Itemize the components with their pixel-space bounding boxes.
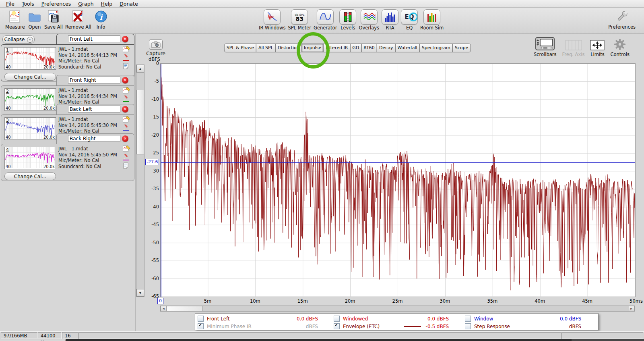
edit-measurement-icon[interactable] xyxy=(123,87,130,94)
graph-horizontal-scrollbar[interactable]: ◄ ► xyxy=(160,306,635,312)
trace-style-icon[interactable] xyxy=(123,54,130,61)
room-sim-button[interactable]: Room Sim xyxy=(419,9,445,30)
measurement-panel-back-right[interactable]: ✕ 4 40 20.0k JWL - 1.mdat Nov 14, 2016 5… xyxy=(1,133,134,181)
rta-label: RTA xyxy=(386,25,394,30)
measurements-sidebar: Collapse « ✕ 1 40 20.0k JWL - 1.mdat Nov… xyxy=(0,34,136,331)
trace-style-icon[interactable] xyxy=(123,154,130,160)
measurement-date: Nov 14, 2016 5:44:34 PM xyxy=(58,94,117,100)
levels-label: Levels xyxy=(341,25,355,30)
limits-button[interactable]: Limits xyxy=(590,40,605,57)
thumb-freq-min: 40 xyxy=(6,65,11,69)
measurement-name-input[interactable] xyxy=(68,77,120,83)
rta-button[interactable]: RTA xyxy=(380,9,400,30)
impulse-chart[interactable] xyxy=(160,63,636,297)
scroll-right-button[interactable]: ► xyxy=(629,306,634,311)
menu-preferences[interactable]: Preferences xyxy=(38,0,75,7)
envelope-etc-checkbox[interactable] xyxy=(334,323,340,329)
remove-measurement-icon[interactable]: ✕ xyxy=(122,77,128,83)
cursor-time-readout: 0 xyxy=(157,298,163,304)
wrench-icon xyxy=(615,9,629,24)
tab-impulse[interactable]: Impulse xyxy=(301,44,324,52)
measurement-date: Nov 14, 2016 5:44:13 PM xyxy=(58,52,117,58)
legend-value: dBFS xyxy=(569,324,581,329)
scrollbars-button[interactable]: Scrollbars xyxy=(534,37,557,57)
windowed-checkbox[interactable] xyxy=(334,316,340,322)
memory-usage: 97/166MB xyxy=(1,332,37,339)
measurement-mic-cal: Mic/Meter: No Cal xyxy=(58,158,117,164)
tab-rt60[interactable]: RT60 xyxy=(361,44,377,52)
eq-button[interactable]: EQ EQ xyxy=(400,9,419,30)
freq-axis-button[interactable]: Freq. Axis xyxy=(562,40,585,57)
levels-button[interactable]: 0 3 6 9 Levels xyxy=(338,9,357,30)
edit-measurement-icon[interactable] xyxy=(123,116,130,123)
graph-tab-bar: SPL & Phase All SPL Distortion Impulse F… xyxy=(224,44,471,52)
levels-icon: 0 3 6 9 xyxy=(339,9,356,25)
save-all-button[interactable]: Save All xyxy=(43,9,64,29)
notes-icon[interactable] xyxy=(123,63,130,69)
menu-help[interactable]: Help xyxy=(97,0,116,7)
info-button[interactable]: i Info xyxy=(93,9,109,29)
limits-label: Limits xyxy=(590,52,605,57)
overlays-button[interactable]: Overlays xyxy=(357,9,380,30)
legend-windowed: Windowed 0.0 dBFS xyxy=(334,315,449,322)
generator-button[interactable]: Generator xyxy=(312,9,338,30)
toolbar-left-group: Measure Open Save All xyxy=(4,9,109,29)
collapse-sidebar-button[interactable]: Collapse « xyxy=(2,35,35,44)
change-cal-label: Change Cal... xyxy=(14,174,46,179)
measurement-name-input[interactable] xyxy=(68,135,120,142)
front-left-checkbox[interactable] xyxy=(198,316,204,322)
menu-graph[interactable]: Graph xyxy=(74,0,97,7)
preferences-button[interactable]: Preferences xyxy=(607,9,637,29)
capture-button[interactable] xyxy=(149,40,163,50)
edit-measurement-icon[interactable] xyxy=(123,146,130,152)
spl-meter-label: SPL Meter xyxy=(288,25,311,30)
spl-meter-button[interactable]: dB SPL 83 SPL Meter xyxy=(287,9,312,30)
controls-button[interactable]: Controls xyxy=(610,38,630,57)
x-axis-tick-label: 20m xyxy=(345,298,355,304)
overlays-icon xyxy=(361,9,378,25)
y-axis-tick-label: -55 xyxy=(140,258,159,263)
legend-value: dBFS xyxy=(306,324,318,329)
tab-filtered-ir[interactable]: Filtered IR xyxy=(323,44,350,52)
remove-measurement-icon[interactable]: ✕ xyxy=(122,135,128,142)
remove-measurement-icon[interactable]: ✕ xyxy=(122,36,128,42)
y-axis-tick-label: 0 xyxy=(140,60,159,66)
minimum-phase-ir-checkbox[interactable] xyxy=(198,323,204,329)
window-checkbox[interactable] xyxy=(465,316,471,322)
scrollbars-label: Scrollbars xyxy=(534,52,557,57)
measurement-tab: ✕ xyxy=(56,104,134,115)
remove-all-button[interactable]: Remove All xyxy=(64,9,93,29)
measurement-name-input[interactable] xyxy=(68,106,120,112)
thumb-freq-min: 40 xyxy=(6,164,11,169)
measurement-thumbnail[interactable]: 4 40 20.0k xyxy=(4,147,56,169)
scroll-left-button[interactable]: ◄ xyxy=(161,306,166,311)
tab-waterfall[interactable]: Waterfall xyxy=(395,44,419,52)
notes-icon[interactable] xyxy=(123,162,130,169)
step-response-checkbox[interactable] xyxy=(465,323,471,329)
menu-file[interactable]: File xyxy=(2,0,18,7)
trace-color-bar xyxy=(123,60,129,61)
edit-measurement-icon[interactable] xyxy=(123,46,130,52)
menu-donate[interactable]: Donate xyxy=(116,0,141,7)
capture-label: Capture xyxy=(137,51,175,56)
trace-style-icon[interactable] xyxy=(123,96,130,102)
change-cal-button[interactable]: Change Cal... xyxy=(4,173,56,180)
scroll-thumb[interactable] xyxy=(166,306,202,311)
open-button[interactable]: Open xyxy=(26,9,43,29)
remove-measurement-icon[interactable]: ✕ xyxy=(122,106,128,112)
tab-distortion[interactable]: Distortion xyxy=(275,44,302,52)
measure-button[interactable]: Measure xyxy=(4,9,26,29)
eq-label: EQ xyxy=(406,25,413,30)
menu-tools[interactable]: Tools xyxy=(18,0,38,7)
tab-scope[interactable]: Scope xyxy=(452,44,471,52)
tab-gd[interactable]: GD xyxy=(350,44,361,52)
trace-style-icon[interactable] xyxy=(123,125,130,131)
tab-all-spl[interactable]: All SPL xyxy=(256,44,276,52)
tab-decay[interactable]: Decay xyxy=(377,44,396,52)
tab-spl-phase[interactable]: SPL & Phase xyxy=(224,44,256,52)
measurement-file: JWL - 1.mdat xyxy=(58,146,117,152)
measurement-thumbnail[interactable]: 1 40 20.0k xyxy=(4,47,56,70)
measurement-name-input[interactable] xyxy=(68,35,120,42)
ir-windows-button[interactable]: IR Windows xyxy=(258,9,287,30)
tab-spectrogram[interactable]: Spectrogram xyxy=(419,44,453,52)
